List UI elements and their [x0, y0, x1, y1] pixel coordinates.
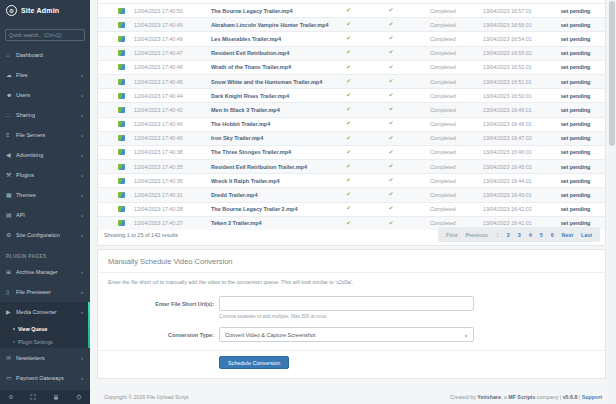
sidebar-item-payment-gateways[interactable]: ▭ Payment Gateways ∨ [0, 368, 90, 388]
file-link[interactable]: Les Miserables Trailer.mp4 [211, 36, 331, 42]
pagination-first[interactable]: First [446, 232, 457, 238]
sidebar-subitem-plugin-settings[interactable]: Plugin Settings [0, 335, 90, 348]
short-url-input[interactable] [219, 296, 474, 311]
sidebar: ⚙ Site Admin ⌂ Dashboard ☁ Files ∨ ☻ Use… [0, 0, 90, 404]
sidebar-item-themes[interactable]: ▦ Themes ∨ [0, 185, 90, 205]
sidebar-item-advertising[interactable]: ◀ Advertising ∨ [0, 145, 90, 165]
gear-icon[interactable]: ⚙ [8, 394, 13, 400]
pagination-last[interactable]: Last [581, 232, 592, 238]
status-cell: Completed [416, 121, 471, 127]
sidebar-item-archive-manager[interactable]: ⊞ Archive Manager ∨ [0, 262, 90, 282]
file-link[interactable]: The Hobbit Trailer.mp4 [211, 121, 331, 127]
file-link[interactable]: The Bourne Legacy Trailer 2.mp4 [211, 206, 331, 212]
sidebar-item-file-servers[interactable]: ≡ File Servers ∨ [0, 125, 90, 145]
date-added-cell: 12/04/2023 17:40:31 [134, 192, 211, 198]
date-added-cell: 12/04/2023 17:40:28 [134, 206, 211, 212]
set-pending-link[interactable]: set pending [546, 206, 605, 212]
file-link[interactable]: Men In Black 3 Trailer.mp4 [211, 107, 331, 113]
sidebar-item-sharing[interactable]: ∴ Sharing ∨ [0, 105, 90, 125]
file-link[interactable]: Resident Evil Retribution Trailer.mp4 [211, 164, 331, 170]
schedule-conversion-button[interactable]: Schedule Conversion [219, 356, 289, 369]
sidebar-item-newsletters[interactable]: ✉ Newsletters ∨ [0, 348, 90, 368]
sidebar-subitem-view-queue[interactable]: View Queue [0, 322, 90, 335]
pagination-previous[interactable]: Previous [466, 232, 488, 238]
file-link[interactable]: Wrath of the Titans Trailer.mp4 [211, 64, 331, 70]
set-pending-link[interactable]: set pending [546, 22, 605, 28]
pagination-page-4[interactable]: 4 [529, 232, 532, 238]
set-pending-link[interactable]: set pending [546, 121, 605, 127]
pagination-page-5[interactable]: 5 [540, 232, 543, 238]
app-logo[interactable]: ⚙ Site Admin [0, 0, 90, 20]
pagination-page-6[interactable]: 6 [551, 232, 554, 238]
file-link[interactable]: Teken 2 Trailer.mp4 [211, 220, 331, 226]
document-icon: ▯ [6, 289, 16, 295]
file-link[interactable]: The Bourne Legacy Trailer.mp4 [211, 8, 331, 14]
pagination-page-2[interactable]: 2 [507, 232, 510, 238]
file-link[interactable]: Snow White and the Huntsman Trailer.mp4 [211, 79, 331, 85]
quick-search-input[interactable] [5, 29, 85, 41]
lock-icon[interactable] [53, 394, 59, 400]
sidebar-item-files[interactable]: ☁ Files ∨ [0, 65, 90, 85]
pagination-next[interactable]: Next [562, 232, 573, 238]
set-pending-link[interactable]: set pending [546, 36, 605, 42]
set-pending-link[interactable]: set pending [546, 149, 605, 155]
sidebar-item-site-configuration[interactable]: ⚙ Site Configuration ∨ [0, 225, 90, 245]
file-link[interactable]: Dark Knight Rises Trailer.mp4 [211, 93, 331, 99]
image-icon: ▦ [6, 192, 16, 198]
date-added-cell: 12/04/2023 17:40:49 [134, 22, 211, 28]
status-cell: Completed [416, 135, 471, 141]
date-completed-cell: 13/04/2023 16:49:01 [471, 107, 546, 113]
video-file-icon [118, 64, 125, 70]
file-link[interactable]: Resident Evil Retribution.mp4 [211, 50, 331, 56]
sidebar-item-plugins[interactable]: ⚒ Plugins ∨ [0, 165, 90, 185]
expand-icon[interactable] [30, 394, 36, 400]
file-link[interactable]: Dredd Trailer.mp4 [211, 192, 331, 198]
pagination-page-3[interactable]: 3 [518, 232, 521, 238]
sidebar-item-api[interactable]: ▤ API ∨ [0, 205, 90, 225]
scrollbar-track[interactable] [608, 0, 616, 404]
results-summary: Showing 1 to 25 of 142 results [104, 232, 178, 238]
file-link[interactable]: Abraham Lincoln Vampire Hunter Trailer.m… [211, 22, 331, 28]
date-completed-cell: 13/04/2023 16:57:01 [471, 8, 546, 14]
sidebar-item-media-converter[interactable]: ▶ Media Converter ∨ [0, 302, 90, 322]
site-logo-icon: ⚙ [6, 5, 17, 16]
conversion-type-select[interactable]: Convert Video & Capture Screenshot ∨ [219, 327, 474, 342]
set-pending-link[interactable]: set pending [546, 178, 605, 184]
date-added-cell: 12/04/2023 17:40:50 [134, 8, 211, 14]
video-file-icon [118, 93, 125, 99]
chevron-down-icon: ∨ [80, 290, 84, 294]
file-link[interactable]: Iron Sky Trailer.mp4 [211, 135, 331, 141]
set-pending-link[interactable]: set pending [546, 50, 605, 56]
pagination-page-1[interactable]: 1 [496, 232, 499, 238]
scrollbar-thumb[interactable] [609, 1, 615, 146]
envelope-icon: ✉ [6, 355, 16, 361]
gear-icon: ⚙ [6, 232, 16, 238]
sidebar-item-label: Plugins [16, 172, 80, 178]
set-pending-link[interactable]: set pending [546, 93, 605, 99]
sidebar-item-label: Archive Manager [16, 269, 80, 275]
check-icon: ✔ [366, 192, 416, 198]
status-cell: Completed [416, 164, 471, 170]
set-pending-link[interactable]: set pending [546, 135, 605, 141]
date-completed-cell: 13/04/2023 16:43:01 [471, 192, 546, 198]
set-pending-link[interactable]: set pending [546, 192, 605, 198]
file-link[interactable]: Wreck It Ralph Trailer.mp4 [211, 178, 331, 184]
set-pending-link[interactable]: set pending [546, 79, 605, 85]
set-pending-link[interactable]: set pending [546, 164, 605, 170]
conversion-type-value: Convert Video & Capture Screenshot [225, 332, 315, 338]
power-icon[interactable] [76, 394, 82, 400]
date-completed-cell: 13/04/2023 16:54:01 [471, 36, 546, 42]
date-added-cell: 12/04/2023 17:40:38 [134, 149, 211, 155]
support-link[interactable]: Support [582, 394, 602, 400]
sidebar-item-dashboard[interactable]: ⌂ Dashboard [0, 45, 90, 65]
set-pending-link[interactable]: set pending [546, 107, 605, 113]
set-pending-link[interactable]: set pending [546, 64, 605, 70]
check-icon: ✔ [366, 93, 416, 99]
queue-row: 12/04/2023 17:40:35 Resident Evil Retrib… [98, 159, 605, 173]
set-pending-link[interactable]: set pending [546, 220, 605, 226]
queue-row: 12/04/2023 17:40:44 Dark Knight Rises Tr… [98, 88, 605, 102]
set-pending-link[interactable]: set pending [546, 8, 605, 14]
sidebar-item-file-previewer[interactable]: ▯ File Previewer ∨ [0, 282, 90, 302]
file-link[interactable]: The Three Stooges Trailer.mp4 [211, 149, 331, 155]
sidebar-item-users[interactable]: ☻ Users ∨ [0, 85, 90, 105]
